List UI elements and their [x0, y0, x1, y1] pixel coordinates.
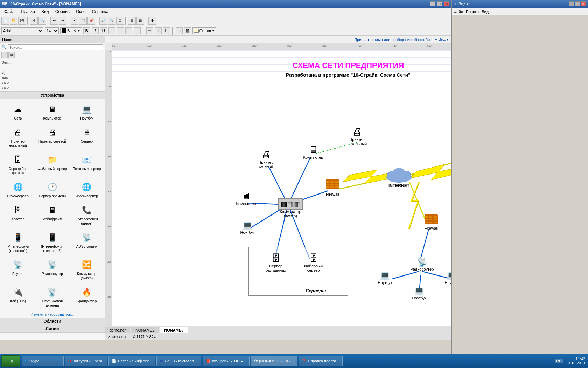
align-button[interactable]: ⊞ [128, 17, 136, 25]
device-item-16[interactable]: 📱 IP-телефония (телефон2) [36, 229, 69, 255]
device-item-8[interactable]: 📧 Почтовый сервер [70, 151, 103, 177]
node-file-server[interactable]: 🗄 Файловыйсервер [300, 253, 327, 272]
copy-button[interactable]: 📋 [79, 17, 87, 25]
paste-button[interactable]: 📌 [88, 17, 95, 25]
taskbar-help[interactable]: ❓ Справка програ... [299, 356, 343, 366]
feedback-link[interactable]: Прислать отзыв или сообщение об ошибке [354, 38, 432, 42]
node-notebook-br1[interactable]: 💻 Ноутбук [373, 271, 397, 285]
taskbar-pdf[interactable]: 📕 lab3.pdf - STDU V... [203, 356, 249, 366]
font-size-selector[interactable]: 14 [45, 27, 59, 34]
node-notebook-left[interactable]: 💻 Ноутбук [235, 220, 260, 234]
align-right-button[interactable]: ≡ [125, 27, 132, 34]
node-db-server[interactable]: 🗄 Сервербаз данных [262, 253, 290, 272]
outer-close[interactable]: ✕ [581, 1, 586, 6]
zoom-out-button[interactable]: 🔍 [108, 17, 115, 25]
tab-noname2[interactable]: NONAME2 [131, 327, 159, 333]
panel-list-view[interactable]: ☰ [1, 52, 8, 58]
taskbar-opera[interactable]: O Загрузки - Opera [65, 356, 107, 366]
device-item-18[interactable]: 📡 Роутер [1, 256, 34, 282]
search-input[interactable] [8, 44, 103, 50]
node-printer-local-top[interactable]: 🖨 Принтерлокальный [343, 127, 371, 146]
menu-edit[interactable]: Правка [18, 8, 38, 15]
settings-button[interactable]: ⚙ [148, 17, 156, 25]
bold-button[interactable]: B [83, 27, 90, 34]
start-button[interactable]: ⊞ [1, 355, 20, 367]
new-button[interactable]: 📄 [1, 17, 9, 25]
device-item-22[interactable]: 📡 Спутниковая антенна [36, 284, 69, 309]
device-item-14[interactable]: 📞 IP-телефония (шлюз) [70, 202, 103, 227]
device-item-21[interactable]: 🔌 Хаб (Hub) [1, 284, 34, 309]
device-item-20[interactable]: 🔀 Коммутатор (switch) [70, 256, 103, 282]
devices-section-header[interactable]: Устройства [0, 92, 105, 99]
device-item-13[interactable]: 🖥 Мэйнфрейм [36, 202, 69, 227]
taskbar-word[interactable]: W Ла6 3 - Microsoft ... [156, 356, 201, 366]
device-item-12[interactable]: 🗄 Кластер [1, 202, 34, 227]
node-computer-left[interactable]: 🖥 Компьютер [234, 191, 258, 206]
print-button[interactable]: 🖨 [30, 17, 38, 25]
fill-button[interactable]: ▨ [184, 27, 191, 34]
border-button[interactable]: □ [176, 27, 183, 34]
device-item-1[interactable]: 🖥 Компьютер [36, 101, 69, 122]
node-firewall1[interactable]: Firewall [321, 179, 344, 196]
menu-window[interactable]: Окно [73, 8, 89, 15]
device-item-5[interactable]: 🖥 Сервер [70, 124, 103, 150]
fill-color-picker[interactable]: Cream ▼ [192, 27, 216, 34]
underline-button[interactable]: U [100, 27, 107, 34]
device-item-4[interactable]: 🖨 Принтер сетевой [36, 124, 69, 150]
device-item-7[interactable]: 📁 Файловый сервер [36, 151, 69, 177]
snap-button[interactable]: ⊟ [136, 17, 144, 25]
outer-min[interactable]: — [569, 1, 574, 6]
redo-button[interactable]: ↪ [59, 17, 66, 25]
undo-button[interactable]: ↩ [50, 17, 58, 25]
node-radiorouter[interactable]: 📡 Радиороутер [408, 257, 436, 271]
device-item-9[interactable]: 🌐 Proxy-сервер [1, 178, 34, 200]
text-left-align[interactable]: ⊣ [146, 27, 153, 34]
align-center-button[interactable]: ≡ [117, 27, 124, 34]
device-item-6[interactable]: 🗄 Сервер баз данных [1, 151, 34, 177]
fit-button[interactable]: ⊡ [116, 17, 124, 25]
maximize-button[interactable]: □ [437, 1, 442, 6]
open-button[interactable]: 📂 [10, 17, 18, 25]
zoom-in-button[interactable]: 🔎 [99, 17, 107, 25]
text-center-align[interactable]: ⊤ [155, 27, 162, 34]
device-item-17[interactable]: 📡 ADSL-модем [70, 229, 103, 255]
areas-section-header[interactable]: Области [0, 318, 105, 325]
menu-service[interactable]: Сервис [52, 8, 72, 15]
italic-button[interactable]: I [92, 27, 99, 34]
change-icons-link[interactable]: Изменить набор значков... [0, 311, 105, 318]
save-button[interactable]: 💾 [18, 17, 26, 25]
device-item-3[interactable]: 🖨 Принтер локальный [1, 124, 34, 150]
menu-file[interactable]: Файл [1, 8, 18, 15]
node-computer-top[interactable]: 🖥 Компьютер [301, 144, 326, 159]
device-item-19[interactable]: 📡 Радиороутер [36, 256, 69, 282]
node-firewall-bottom[interactable]: Firewall [419, 214, 443, 230]
font-selector[interactable]: Arial [1, 27, 43, 34]
outer-menu-view[interactable]: Вид [482, 9, 489, 14]
tab-noname3[interactable]: NONAME3 [160, 327, 188, 333]
menu-view[interactable]: Вид [38, 8, 52, 15]
minimize-button[interactable]: — [430, 1, 435, 6]
taskbar-network[interactable]: 📄 Сетевые инф тех... [108, 356, 155, 366]
outer-max[interactable]: □ [575, 1, 580, 6]
cut-button[interactable]: ✂ [71, 17, 78, 25]
taskbar-skype[interactable]: S Skype [22, 356, 64, 366]
node-notebook-br2[interactable]: 💻 Ноутбук [440, 271, 451, 285]
node-notebook-br3[interactable]: 💻 Ноутбук [407, 286, 432, 300]
node-switch1[interactable]: ▦▦▦ Коммутатор(switch) [278, 198, 303, 218]
device-item-2[interactable]: 💻 Ноутбук [70, 101, 103, 122]
device-item-23[interactable]: 🔥 Брандмауэр [70, 284, 103, 309]
align-justify-button[interactable]: ≡ [134, 27, 141, 34]
lines-section-header[interactable]: Линии [0, 325, 105, 333]
text-color-picker[interactable]: Black ▼ [60, 27, 82, 34]
node-printer-network[interactable]: 🖨 Принтерсетевой [254, 149, 278, 169]
device-item-11[interactable]: 🌐 WWW-сервер [70, 178, 103, 200]
taskbar-app[interactable]: 🗺 [NONAME3] - "10-... [251, 356, 297, 366]
close-button[interactable]: ✕ [444, 1, 449, 6]
outer-menu-edit[interactable]: Правка [466, 9, 479, 14]
panel-grid-view[interactable]: ⊞ [8, 52, 15, 58]
device-item-10[interactable]: 🕐 Сервер времени [36, 178, 69, 200]
device-item-0[interactable]: ☁ Сеть [1, 101, 34, 122]
text-right-align[interactable]: ⊢ [163, 27, 170, 34]
node-internet[interactable]: INTERNET [382, 166, 416, 188]
outer-menu-item[interactable]: Файл [454, 9, 463, 14]
